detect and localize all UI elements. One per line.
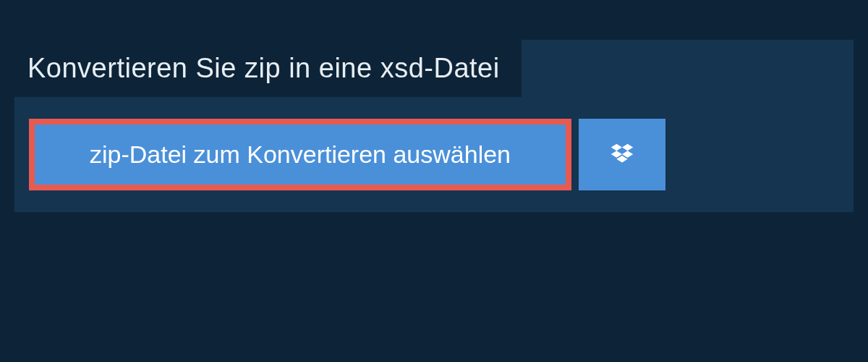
- page-title: Konvertieren Sie zip in eine xsd-Datei: [27, 53, 500, 84]
- converter-panel: Konvertieren Sie zip in eine xsd-Datei z…: [14, 40, 854, 212]
- button-row: zip-Datei zum Konvertieren auswählen: [14, 97, 854, 190]
- choose-file-label: zip-Datei zum Konvertieren auswählen: [90, 140, 511, 169]
- dropbox-button[interactable]: [579, 119, 665, 190]
- choose-file-button[interactable]: zip-Datei zum Konvertieren auswählen: [29, 119, 571, 190]
- heading-wrap: Konvertieren Sie zip in eine xsd-Datei: [14, 40, 522, 97]
- dropbox-icon: [608, 141, 636, 169]
